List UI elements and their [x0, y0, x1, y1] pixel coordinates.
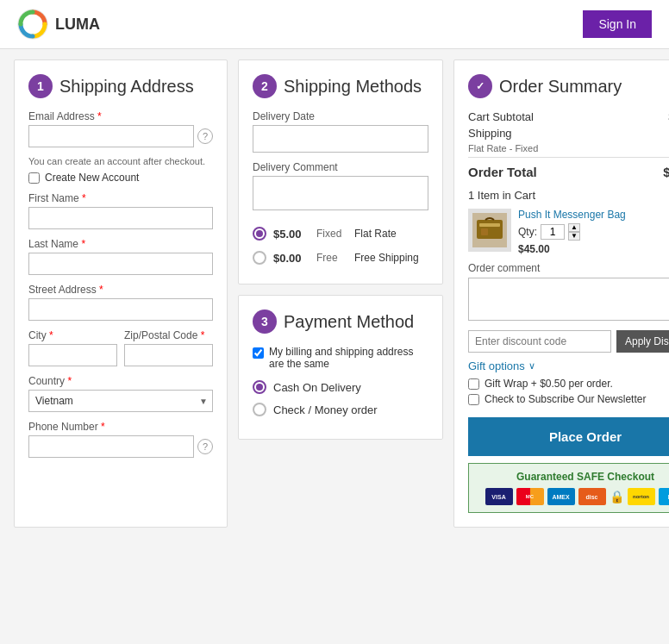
- country-select[interactable]: Vietnam United States United Kingdom: [28, 390, 213, 412]
- delivery-date-label: Delivery Date: [253, 110, 428, 122]
- shipping-type-free: Free: [316, 252, 347, 264]
- email-help-icon[interactable]: ?: [197, 128, 213, 144]
- discover-icon: disc: [578, 488, 606, 505]
- svg-rect-2: [477, 220, 503, 239]
- first-name-label: First Name *: [28, 192, 213, 204]
- email-input[interactable]: [28, 125, 194, 147]
- payment-radio-check[interactable]: [253, 403, 266, 416]
- payment-method-section: 3 Payment Method My billing and shipping…: [238, 295, 443, 440]
- checkout-hint: You can create an account after checkout…: [28, 156, 213, 166]
- create-account-checkbox[interactable]: [28, 172, 40, 184]
- shipping-name-flat: Flat Rate: [354, 228, 397, 240]
- country-label: Country *: [28, 375, 213, 387]
- cart-item-name[interactable]: Push It Messenger Bag: [518, 209, 669, 221]
- shipping-name-free: Free Shipping: [354, 252, 419, 264]
- mastercard-icon: MC: [516, 488, 544, 505]
- shipping-option-flat[interactable]: $5.00 Fixed Flat Rate: [253, 222, 428, 246]
- svg-rect-4: [481, 228, 488, 235]
- logo-icon: [17, 9, 48, 40]
- place-order-button[interactable]: Place Order: [468, 417, 669, 456]
- shipping-address-heading: Shipping Address: [59, 77, 194, 97]
- gift-wrap-checkbox[interactable]: [468, 378, 479, 390]
- shipping-options: $5.00 Fixed Flat Rate $0.00 Free Free Sh…: [253, 222, 428, 270]
- sign-in-button[interactable]: Sign In: [583, 10, 652, 38]
- billing-same-checkbox[interactable]: [253, 347, 264, 359]
- payment-label-check: Check / Money order: [273, 403, 378, 416]
- order-summary-title: ✓ Order Summary: [468, 74, 669, 98]
- email-input-row: ?: [28, 125, 213, 147]
- gift-wrap-label: Gift Wrap + $0.50 per order.: [485, 378, 613, 390]
- phone-group: Phone Number * ?: [28, 421, 213, 458]
- create-account-row: Create New Account: [28, 172, 213, 184]
- safe-checkout-section: Guaranteed SAFE Checkout VISA MC AMEX di…: [468, 463, 669, 513]
- last-name-input[interactable]: [28, 253, 213, 275]
- apply-discount-button[interactable]: Apply Discount: [616, 330, 669, 353]
- cart-item: Push It Messenger Bag Qty: ▲ ▼ $45.00: [468, 209, 669, 255]
- payment-option-cod[interactable]: Cash On Delivery: [253, 380, 428, 394]
- gift-options-toggle[interactable]: Gift options ∨: [468, 360, 669, 372]
- gift-options-chevron-icon: ∨: [528, 360, 535, 372]
- shipping-option-free[interactable]: $0.00 Free Free Shipping: [253, 246, 428, 270]
- step-1-circle: 1: [28, 74, 53, 98]
- email-label: Email Address *: [28, 110, 213, 122]
- email-group: Email Address * ?: [28, 110, 213, 147]
- phone-help-icon[interactable]: ?: [197, 439, 213, 454]
- newsletter-row: Check to Subscribe Our Newsletter: [468, 393, 669, 405]
- mid-column: 2 Shipping Methods Delivery Date Deliver…: [238, 59, 443, 528]
- order-comment-label: Order comment: [468, 262, 669, 274]
- amex-icon: AMEX: [547, 488, 575, 505]
- payment-method-title: 3 Payment Method: [253, 309, 428, 334]
- phone-input[interactable]: [28, 435, 194, 458]
- svg-rect-3: [479, 223, 500, 227]
- street-label: Street Address *: [28, 284, 213, 296]
- last-name-group: Last Name *: [28, 238, 213, 275]
- country-select-wrapper: Vietnam United States United Kingdom ▼: [28, 390, 213, 412]
- paypal-icon: PP: [659, 488, 669, 505]
- first-name-input[interactable]: [28, 207, 213, 229]
- city-zip-row: City * Zip/Postal Code *: [28, 329, 213, 375]
- delivery-date-input[interactable]: [253, 125, 428, 153]
- street-input[interactable]: [28, 298, 213, 321]
- cart-subtotal-label: Cart Subtotal: [468, 110, 534, 123]
- payment-radio-cod[interactable]: [253, 380, 266, 394]
- payment-label-cod: Cash On Delivery: [273, 381, 361, 394]
- discount-code-input[interactable]: [468, 330, 611, 353]
- step-3-circle: 3: [253, 309, 277, 334]
- gift-options-label: Gift options: [468, 360, 525, 372]
- shipping-methods-section: 2 Shipping Methods Delivery Date Deliver…: [238, 59, 443, 284]
- cart-item-qty-row: Qty: ▲ ▼: [518, 223, 669, 241]
- shipping-label: Shipping: [468, 127, 512, 140]
- newsletter-checkbox[interactable]: [468, 394, 479, 405]
- shipping-radio-free[interactable]: [253, 251, 266, 265]
- payment-icons: VISA MC AMEX disc 🔒 norton PP: [478, 488, 669, 505]
- step-2-circle: 2: [253, 74, 277, 98]
- shipping-address-title: 1 Shipping Address: [28, 74, 213, 98]
- delivery-comment-input[interactable]: [253, 176, 428, 210]
- delivery-date-group: Delivery Date: [253, 110, 428, 153]
- shipping-address-section: 1 Shipping Address Email Address * ? You…: [14, 59, 228, 528]
- payment-method-heading: Payment Method: [284, 312, 414, 332]
- order-comment-input[interactable]: [468, 278, 669, 321]
- zip-input[interactable]: [124, 344, 213, 366]
- qty-up-button[interactable]: ▲: [568, 223, 580, 232]
- payment-option-check[interactable]: Check / Money order: [253, 403, 428, 416]
- lock-icon: 🔒: [610, 490, 624, 503]
- cart-toggle[interactable]: 1 Item in Cart ∧: [468, 188, 669, 202]
- cart-count-label: 1 Item in Cart: [468, 189, 535, 202]
- qty-down-button[interactable]: ▼: [568, 232, 580, 241]
- shipping-row: Shipping $5.00: [468, 127, 669, 140]
- city-label: City *: [28, 329, 117, 341]
- cart-item-image: [468, 209, 511, 252]
- header: LUMA Sign In: [0, 0, 669, 49]
- shipping-radio-flat[interactable]: [253, 227, 266, 241]
- city-input[interactable]: [28, 344, 117, 366]
- street-group: Street Address *: [28, 284, 213, 321]
- qty-input[interactable]: [541, 224, 565, 240]
- city-group: City *: [28, 329, 117, 366]
- delivery-comment-label: Delivery Comment: [253, 161, 428, 173]
- logo: LUMA: [17, 9, 100, 40]
- zip-label: Zip/Postal Code *: [124, 329, 213, 341]
- create-account-label: Create New Account: [45, 172, 139, 184]
- order-summary-section: ✓ Order Summary Cart Subtotal $45.00 Shi…: [453, 59, 669, 528]
- discount-row: Apply Discount: [468, 330, 669, 353]
